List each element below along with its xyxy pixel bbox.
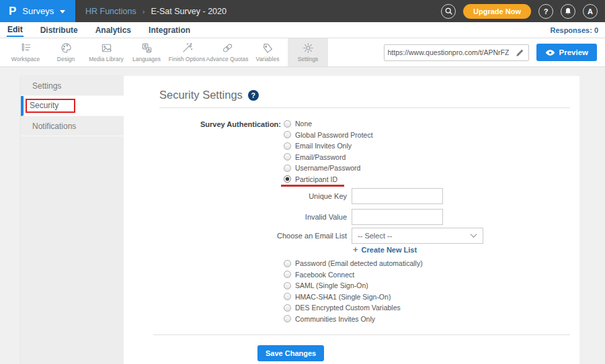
radio-button[interactable] (284, 315, 291, 322)
sidebar-item-label: Settings (32, 81, 61, 91)
unique-key-label: Unique Key (124, 192, 347, 200)
invalid-value-input[interactable] (352, 209, 443, 225)
questionpro-logo-icon: P (9, 5, 16, 17)
breadcrumb-separator: › (143, 7, 145, 15)
navbar-actions: Upgrade Now ? A (441, 4, 605, 19)
chain-links-icon (222, 42, 233, 54)
tab-analytics[interactable]: Analytics (95, 24, 132, 36)
radio-button[interactable] (284, 165, 291, 172)
sidebar-item-security[interactable]: Security (21, 96, 124, 116)
email-list-select[interactable]: -- Select -- (352, 228, 483, 244)
tag-icon (262, 42, 274, 54)
edit-toolbar: Workspace Design Media Library Languages… (0, 38, 605, 67)
annotation-red-box: Security (26, 99, 75, 113)
tab-distribute[interactable]: Distribute (40, 24, 79, 36)
palette-icon (61, 42, 72, 54)
sidebar-item-label: Notifications (32, 122, 76, 131)
toolbar-tab-finish-options[interactable]: Finish Options (167, 38, 207, 66)
top-navbar: P Surveys HR Functions › E-Sat Survey - … (0, 0, 605, 22)
plus-icon: + (353, 245, 358, 254)
radio-button[interactable] (284, 131, 291, 138)
radio-label: Participant ID (295, 175, 337, 183)
help-button[interactable]: ? (538, 4, 553, 19)
radio-button[interactable] (284, 293, 291, 300)
help-icon[interactable]: ? (248, 90, 259, 101)
chevron-down-icon (470, 232, 477, 240)
toolbar-tab-settings[interactable]: Settings (288, 38, 328, 66)
search-button[interactable] (441, 4, 456, 19)
responses-count[interactable]: Responses: 0 (550, 26, 598, 34)
radio-option-participant-id[interactable]: Participant ID (284, 174, 373, 185)
survey-url-input[interactable] (385, 48, 512, 56)
radio-button[interactable] (284, 153, 291, 161)
radio-option-facebook-connect[interactable]: Facebook Connect (284, 269, 423, 281)
toolbar-tab-media-library[interactable]: Media Library (86, 38, 126, 66)
breadcrumb-survey-name: E-Sat Survey - 2020 (151, 7, 227, 16)
toolbar-tab-label: Variables (256, 56, 280, 62)
invalid-value-label: Invalid Value (124, 213, 347, 221)
questionpro-app: P Surveys HR Functions › E-Sat Survey - … (0, 0, 605, 364)
toolbar-tab-languages[interactable]: Languages (126, 38, 167, 66)
radio-option-username-password[interactable]: Username/Password (284, 163, 373, 174)
tab-edit[interactable]: Edit (7, 24, 24, 37)
sidebar-item-settings[interactable]: Settings (21, 76, 124, 96)
radio-button[interactable] (284, 120, 291, 128)
survey-authentication-label: Survey Authentication: (124, 120, 281, 128)
radio-label: Username/Password (295, 164, 360, 172)
toolbar-right: Preview (384, 38, 605, 66)
radio-label: Global Password Protect (295, 131, 373, 139)
divider (159, 107, 570, 108)
email-list-label: Choose an Email List (124, 232, 347, 240)
radio-button[interactable] (284, 260, 291, 267)
radio-button[interactable] (284, 282, 291, 289)
email-list-selected-value: -- Select -- (358, 232, 392, 240)
radio-label: Facebook Connect (295, 271, 354, 279)
toolbar-tab-label: Design (57, 56, 75, 62)
toolbar-tab-design[interactable]: Design (46, 38, 86, 66)
radio-label: SAML (Single Sign-On) (295, 281, 368, 289)
breadcrumb-folder[interactable]: HR Functions (85, 7, 136, 16)
product-switcher[interactable]: P Surveys (0, 0, 75, 22)
upgrade-now-button[interactable]: Upgrade Now (463, 4, 531, 19)
annotation-red-underline (281, 185, 344, 187)
create-new-list-link[interactable]: + Create New List (353, 245, 417, 254)
toolbar-tab-variables[interactable]: Variables (247, 38, 288, 66)
survey-section-nav: Edit Distribute Analytics Integration Re… (0, 22, 605, 38)
toolbar-tab-label: Media Library (89, 56, 124, 62)
radio-button-selected[interactable] (284, 175, 291, 183)
save-changes-button[interactable]: Save Changes (257, 345, 324, 361)
survey-url-field[interactable] (384, 44, 529, 61)
page-title-text: Security Settings (159, 89, 243, 101)
preview-button[interactable]: Preview (536, 44, 597, 61)
radio-option-none[interactable]: None (284, 118, 373, 130)
radio-label: Communities Invites Only (295, 315, 375, 323)
toolbar-tab-workspace[interactable]: Workspace (5, 38, 46, 66)
radio-button[interactable] (284, 304, 291, 312)
radio-option-des-encrypted[interactable]: DES Encrypted Custom Variables (284, 302, 423, 314)
radio-option-password-email-detected[interactable]: Password (Email detected automatically) (284, 258, 423, 269)
sidebar-item-notifications[interactable]: Notifications (21, 116, 124, 136)
unique-key-input[interactable] (352, 188, 443, 204)
radio-button[interactable] (284, 271, 291, 278)
radio-option-communities-invites[interactable]: Communities Invites Only (284, 314, 423, 325)
preview-button-label: Preview (559, 48, 588, 56)
radio-option-global-password[interactable]: Global Password Protect (284, 130, 373, 141)
divider (153, 334, 570, 335)
image-icon (101, 42, 112, 54)
radio-button[interactable] (284, 142, 291, 150)
radio-label: None (295, 120, 312, 128)
radio-option-email-password[interactable]: Email/Password (284, 152, 373, 163)
settings-sidebar: Settings Security Notifications (21, 76, 124, 364)
account-avatar[interactable]: A (583, 4, 598, 19)
security-settings-panel: Security Settings ? Survey Authenticatio… (124, 76, 579, 364)
notifications-button[interactable] (561, 4, 575, 19)
radio-option-hmac-sha1[interactable]: HMAC-SHA1 (Single Sign-On) (284, 291, 423, 303)
toolbar-tab-label: Advance Quotas (206, 56, 249, 62)
radio-option-email-invites[interactable]: Email Invites Only (284, 140, 373, 152)
edit-url-button[interactable] (512, 45, 528, 60)
chevron-down-icon (60, 10, 65, 13)
toolbar-tab-advance-quotas[interactable]: Advance Quotas (207, 38, 247, 66)
radio-label: Email Invites Only (295, 142, 352, 150)
tab-integration[interactable]: Integration (148, 24, 191, 36)
radio-option-saml[interactable]: SAML (Single Sign-On) (284, 280, 423, 291)
